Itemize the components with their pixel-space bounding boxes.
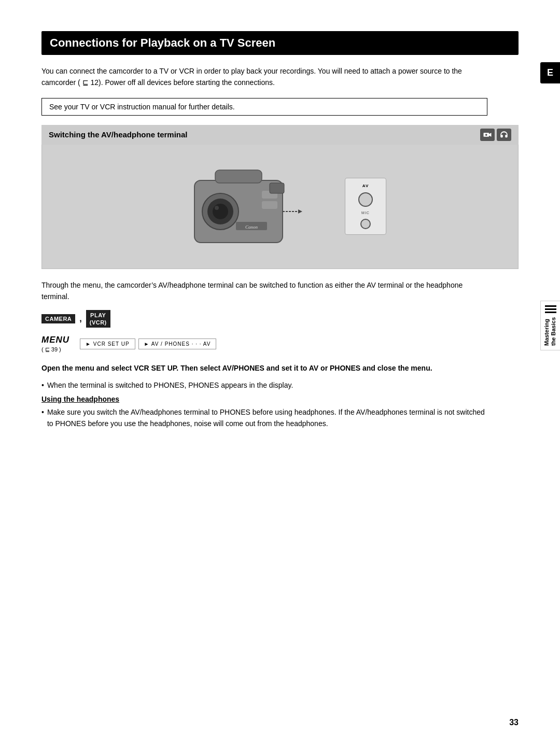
mic-jack <box>360 219 371 229</box>
av-panel: AV MIC <box>345 178 386 235</box>
menu-step1-box: ► VCR SET UP <box>80 338 135 349</box>
page-number: 33 <box>509 718 519 727</box>
play-vcr-badge: PLAY (VCR) <box>86 310 110 328</box>
svg-point-2 <box>485 134 487 136</box>
av-label: AV <box>362 184 369 188</box>
camcorder-illustration: Canon AV MIC <box>174 154 386 258</box>
page-container: Connections for Playback on a TV Screen … <box>0 0 560 748</box>
camera-icon-box <box>480 129 495 141</box>
bullet-1-text: When the terminal is switched to PHONES,… <box>47 379 293 391</box>
svg-rect-13 <box>270 183 284 193</box>
svg-point-7 <box>215 206 219 210</box>
menu-column: MENU ( ⊑ 39 ) <box>41 335 75 353</box>
bullet-2-text: Make sure you switch the AV/headphones t… <box>47 406 487 430</box>
svg-marker-15 <box>298 209 302 214</box>
headphone-icon-box <box>497 129 511 141</box>
svg-text:Canon: Canon <box>245 224 258 230</box>
svg-rect-10 <box>262 201 277 209</box>
intro-paragraph: You can connect the camcorder to a TV or… <box>41 65 487 89</box>
page-title: Connections for Playback on a TV Screen <box>41 31 519 55</box>
section-header-icons <box>480 129 511 141</box>
comma-separator: , <box>79 314 81 323</box>
camcorder-svg: Canon <box>174 154 329 258</box>
svg-marker-1 <box>489 133 492 137</box>
menu-flow: ► VCR SET UP ► AV / PHONES · · · AV <box>80 338 216 349</box>
av-jack <box>358 192 373 207</box>
menu-step2-text: ► AV / PHONES · · · AV <box>144 341 211 347</box>
badge-row: CAMERA , PLAY (VCR) <box>41 310 519 328</box>
subheading-using-headphones: Using the headphones <box>41 395 519 403</box>
camera-icon <box>483 130 492 139</box>
menu-ref: ( ⊑ 39 ) <box>41 346 61 353</box>
camera-badge: CAMERA <box>41 314 75 323</box>
svg-point-6 <box>213 204 228 219</box>
body-text: Through the menu, the camcorder’s AV/hea… <box>41 279 487 303</box>
info-box: See your TV or VCR instruction manual fo… <box>41 98 487 116</box>
menu-label: MENU <box>41 335 69 345</box>
section-header-text: Switching the AV/headphone terminal <box>49 130 188 139</box>
menu-step2-box: ► AV / PHONES · · · AV <box>138 338 217 349</box>
mic-label: MIC <box>361 211 370 215</box>
svg-rect-8 <box>215 170 262 183</box>
bullet-1: When the terminal is switched to PHONES,… <box>41 379 487 391</box>
bold-instruction: Open the menu and select VCR SET UP. The… <box>41 362 487 374</box>
menu-step1-text: ► VCR SET UP <box>86 341 130 347</box>
bullet-2: Make sure you switch the AV/headphones t… <box>41 406 487 430</box>
headphone-icon <box>499 130 509 139</box>
menu-row: MENU ( ⊑ 39 ) ► VCR SET UP ► AV / PHONES… <box>41 335 519 353</box>
section-header: Switching the AV/headphone terminal <box>41 125 519 145</box>
image-area: Canon AV MIC <box>41 145 519 269</box>
